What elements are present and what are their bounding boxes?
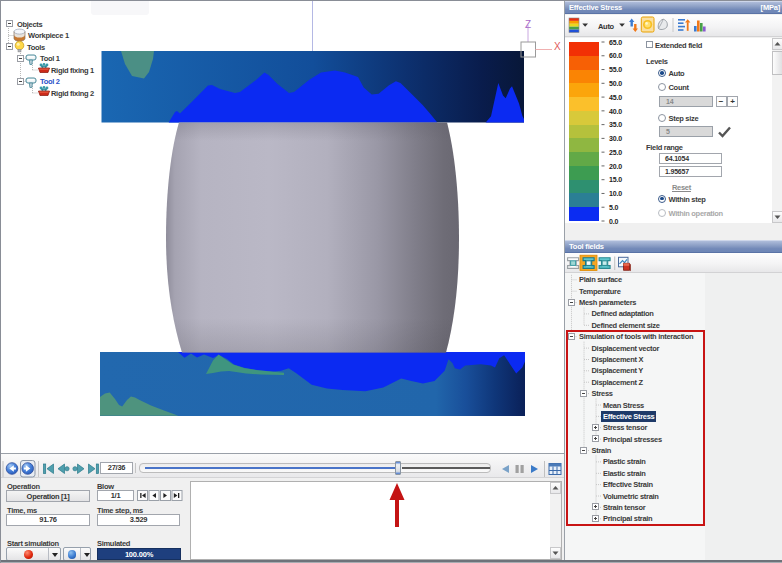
svg-text:X: X [554, 41, 561, 52]
svg-text:Z: Z [525, 19, 531, 30]
svg-text:Auto: Auto [598, 22, 615, 31]
